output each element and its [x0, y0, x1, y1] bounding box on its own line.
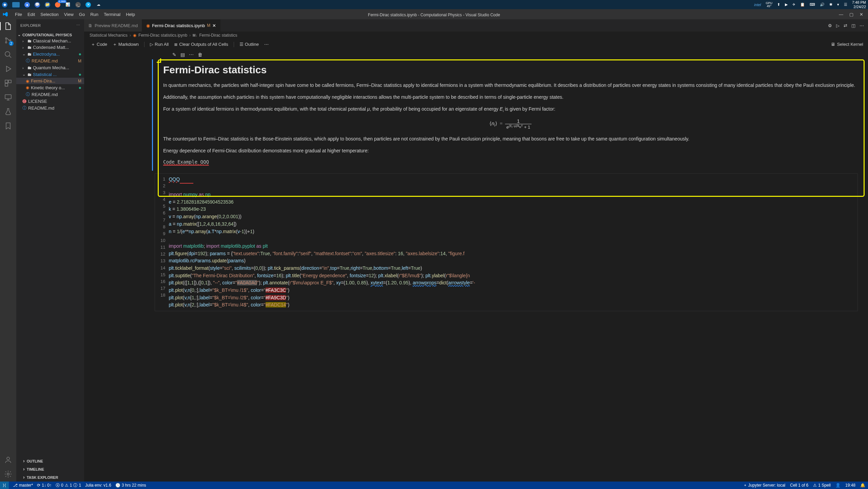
- menu-help[interactable]: Help: [123, 12, 138, 17]
- folder-statistical[interactable]: ⌄🖿Statistical ...●: [16, 71, 84, 78]
- cell-position[interactable]: Cell 1 of 6: [790, 483, 808, 488]
- breadcrumbs[interactable]: Statistical Mechanics › ◉ Fermi-Dirac st…: [84, 32, 868, 39]
- more-icon[interactable]: ⋯: [860, 23, 864, 28]
- chat-icon[interactable]: 💬: [35, 2, 40, 7]
- cloud-icon[interactable]: ☁: [96, 2, 101, 7]
- problems[interactable]: ⓧ 0 ⚠ 1 ⓘ 1: [56, 483, 81, 488]
- notebook-more-button[interactable]: ⋯: [262, 41, 271, 48]
- play-icon[interactable]: ▶: [785, 2, 788, 7]
- minimize-icon[interactable]: —: [839, 12, 843, 17]
- broken-link[interactable]: Code Example QQQ: [163, 159, 209, 166]
- code-cell[interactable]: 123456789101112131415161718 QQQ import n…: [155, 173, 858, 311]
- menu-edit[interactable]: Edit: [25, 12, 38, 17]
- up-arrow-icon[interactable]: ⬆: [777, 2, 780, 7]
- kernel-selector[interactable]: 🖥 Select Kernel: [831, 42, 863, 47]
- sidebar-more-icon[interactable]: ⋯: [76, 23, 80, 27]
- outline-button[interactable]: ☰ Outline: [237, 41, 261, 48]
- project-root[interactable]: ⌄COMPUTATIONAL PHYSICS: [16, 32, 84, 38]
- bookmarks-icon[interactable]: [4, 122, 12, 130]
- files-icon[interactable]: 📁: [45, 2, 50, 7]
- outline-section[interactable]: OUTLINE: [16, 457, 84, 465]
- app2-icon[interactable]: ✕: [85, 2, 91, 7]
- run-all-button[interactable]: ▷ Run All: [148, 41, 171, 48]
- git-sync[interactable]: ⟳ 1↓ 0↑: [37, 483, 52, 488]
- breadcrumb-symbol[interactable]: Fermi-Dirac statistics: [199, 33, 237, 38]
- file-readme-root[interactable]: ⓘREADME.md: [16, 105, 84, 112]
- clipboard-icon[interactable]: 📋: [800, 2, 805, 7]
- svg-point-9: [7, 473, 9, 475]
- app-icon[interactable]: [12, 2, 20, 7]
- start-menu-icon[interactable]: ◆: [2, 2, 7, 7]
- folder-classical[interactable]: ›🖿Classical Mechan...: [16, 38, 84, 44]
- dropdown-icon[interactable]: ▾: [837, 2, 839, 7]
- cell-paragraph: Energy dependence of Fermi-Dirac distrib…: [163, 147, 858, 154]
- file-kinetic[interactable]: ◉Kinetic theory o...●: [16, 84, 84, 91]
- delete-cell-icon[interactable]: 🗑: [198, 52, 202, 57]
- tab-preview-readme[interactable]: 🗎 Preview README.md: [84, 19, 142, 32]
- profile-icon[interactable]: 👤: [835, 483, 841, 488]
- telegram-icon[interactable]: ✈: [792, 2, 795, 7]
- maximize-icon[interactable]: ▢: [849, 12, 853, 17]
- terminal-icon[interactable]: ›_: [75, 2, 81, 7]
- chromium-icon[interactable]: ●: [24, 2, 30, 7]
- wakatime[interactable]: 🕓 3 hrs 22 mins: [115, 483, 146, 488]
- extensions-icon[interactable]: [4, 79, 12, 87]
- volume-icon[interactable]: 🔊: [820, 2, 825, 7]
- firefox-icon[interactable]: 6,999: [55, 2, 60, 7]
- git-branch[interactable]: ⎇ master*: [13, 483, 33, 488]
- edit-cell-icon[interactable]: ✎: [172, 52, 176, 57]
- remote-indicator[interactable]: ⟩⟨: [0, 482, 9, 489]
- menu-view[interactable]: View: [61, 12, 76, 17]
- list-icon[interactable]: ☰: [844, 2, 847, 7]
- folder-quantum[interactable]: ›🖿Quantum Mecha...: [16, 64, 84, 71]
- folder-electro[interactable]: ⌄🖿Electrodyna...●: [16, 51, 84, 57]
- activity-bar: 2: [0, 19, 16, 482]
- menu-selection[interactable]: Selection: [38, 12, 61, 17]
- testing-icon[interactable]: [4, 108, 12, 116]
- breadcrumb-file[interactable]: Fermi-Dirac statistics.ipynb: [138, 33, 187, 38]
- file-readme-electro[interactable]: ⓘREADME.mdM: [16, 57, 84, 64]
- menu-terminal[interactable]: Terminal: [101, 12, 123, 17]
- formula: ⟨ni⟩ = 1e(Ei−μ)/kBT + 1: [163, 118, 858, 130]
- julia-env[interactable]: Julia env: v1.6: [85, 483, 111, 488]
- folder-condensed[interactable]: ›🖿Condensed Matt...: [16, 44, 84, 51]
- file-license[interactable]: 🅒LICENSE: [16, 98, 84, 105]
- search-icon[interactable]: [4, 51, 12, 59]
- code-content[interactable]: QQQ import numpy as np e = 2.71828182845…: [169, 174, 475, 311]
- task-explorer-section[interactable]: TASK EXPLORER: [16, 473, 84, 482]
- file-readme-stat[interactable]: ⓘREADME.md: [16, 91, 84, 98]
- run-debug-icon[interactable]: [4, 65, 12, 73]
- scm-icon[interactable]: 2: [4, 36, 12, 44]
- notebook-settings-icon[interactable]: ⚙: [828, 23, 832, 28]
- tab-close-icon[interactable]: ✕: [212, 23, 216, 28]
- split-icon[interactable]: ◫: [851, 23, 855, 28]
- run-icon[interactable]: ▷: [836, 23, 840, 28]
- bluetooth-icon[interactable]: ✱: [829, 2, 832, 7]
- clock[interactable]: 7:48 PM 2/24/22: [852, 0, 866, 8]
- account-icon[interactable]: [4, 456, 12, 464]
- status-clock[interactable]: 19:48: [845, 483, 855, 488]
- spell-check[interactable]: ⚠ 1 Spell: [813, 483, 831, 488]
- explorer-icon[interactable]: [4, 22, 12, 30]
- menu-run[interactable]: Run: [88, 12, 101, 17]
- close-icon[interactable]: ✕: [860, 12, 863, 17]
- remote-icon[interactable]: [4, 93, 12, 101]
- breadcrumb-folder[interactable]: Statistical Mechanics: [90, 33, 128, 38]
- add-markdown-button[interactable]: ＋ Markdown: [111, 41, 141, 48]
- settings-gear-icon[interactable]: [4, 470, 12, 478]
- diff-icon[interactable]: ⇄: [844, 23, 847, 28]
- tab-fermi[interactable]: ◉ Fermi-Dirac statistics.ipynb M ✕: [142, 19, 220, 32]
- split-cell-icon[interactable]: ▤: [180, 52, 185, 57]
- clear-outputs-button[interactable]: ≣ Clear Outputs of All Cells: [172, 41, 230, 48]
- add-code-button[interactable]: ＋ Code: [89, 41, 109, 48]
- menu-go[interactable]: Go: [76, 12, 88, 17]
- markdown-cell[interactable]: Fermi-Dirac statistics In quantum mechan…: [152, 59, 868, 171]
- keyboard-icon[interactable]: ⌨: [810, 2, 815, 7]
- menu-file[interactable]: File: [12, 12, 25, 17]
- file-fermi[interactable]: ◉Fermi-Dira...M: [16, 78, 84, 84]
- notifications-icon[interactable]: 🔔: [860, 483, 865, 488]
- cell-paragraph: Additionally, the assumption which parti…: [163, 94, 858, 101]
- cell-more-icon[interactable]: ⋯: [189, 52, 194, 57]
- jupyter-server[interactable]: ⚬ Jupyter Server: local: [744, 483, 785, 488]
- timeline-section[interactable]: TIMELINE: [16, 465, 84, 473]
